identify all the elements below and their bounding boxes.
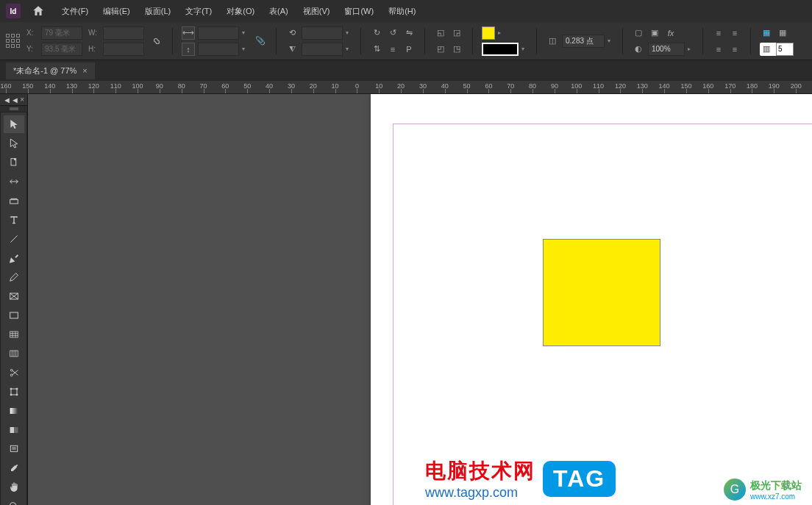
align-icon[interactable]: ≡ <box>386 43 399 56</box>
svg-rect-18 <box>11 389 17 395</box>
fill-swatch[interactable] <box>482 26 495 40</box>
scale-y-icon[interactable]: ↕ <box>182 43 195 56</box>
select-container-icon[interactable]: ◱ <box>434 26 447 40</box>
gap-tool[interactable] <box>4 173 24 190</box>
menu-layout[interactable]: 版面(L) <box>139 3 177 20</box>
content-collector-tool[interactable] <box>4 192 24 209</box>
rectangle-tool[interactable] <box>4 307 24 324</box>
columns-input[interactable] <box>776 43 794 56</box>
menu-object[interactable]: 对象(O) <box>221 3 260 20</box>
watermark2-url: www.xz7.com <box>750 493 802 501</box>
rotate-ccw-icon[interactable]: ↺ <box>386 26 399 40</box>
horizontal-ruler[interactable]: 1601501401301201101009080706050403020100… <box>0 81 812 94</box>
grid-icon[interactable]: ▦ <box>760 26 773 40</box>
scale-y-input[interactable] <box>198 43 239 56</box>
stroke-weight-input[interactable] <box>562 35 605 48</box>
opacity-icon[interactable]: ◐ <box>632 43 645 56</box>
chevron-right-icon[interactable]: ▸ <box>498 29 504 36</box>
line-tool[interactable] <box>4 230 24 248</box>
panel-collapse-icon[interactable]: ◄◄ <box>3 96 19 104</box>
effects-icon[interactable]: ▢ <box>632 26 645 40</box>
grid-tool[interactable] <box>4 326 24 343</box>
opacity-input[interactable] <box>648 43 685 56</box>
tab-close-button[interactable]: × <box>82 66 87 75</box>
svg-rect-6 <box>10 312 18 318</box>
menu-view[interactable]: 视图(V) <box>297 3 336 20</box>
menu-help[interactable]: 帮助(H) <box>382 3 421 20</box>
scale-x-input[interactable] <box>198 26 239 40</box>
watermark-xz7: G 极光下载站 www.xz7.com <box>724 479 802 501</box>
fx-icon[interactable]: fx <box>664 26 677 40</box>
w-label: W: <box>88 29 100 37</box>
chevron-down-icon[interactable]: ▾ <box>242 29 248 36</box>
wrap-around-icon[interactable]: ≡ <box>728 43 741 56</box>
eyedropper-tool[interactable] <box>4 459 24 477</box>
direct-selection-tool[interactable] <box>4 135 24 152</box>
svg-point-16 <box>10 369 13 371</box>
chevron-down-icon[interactable]: ▾ <box>608 37 613 44</box>
columns-icon[interactable]: ▥ <box>760 43 773 56</box>
svg-rect-26 <box>10 445 17 451</box>
scissors-tool[interactable] <box>4 364 24 382</box>
menu-window[interactable]: 窗口(W) <box>338 3 380 20</box>
horizontal-grid-tool[interactable] <box>4 345 24 362</box>
rotate-cw-icon[interactable]: ↻ <box>370 26 383 40</box>
reference-point-widget[interactable] <box>6 34 21 49</box>
svg-point-17 <box>10 374 13 376</box>
gradient-feather-tool[interactable] <box>4 421 24 439</box>
y-input[interactable] <box>41 43 82 56</box>
p-icon[interactable]: P <box>402 43 416 56</box>
clip-icon[interactable]: 📎 <box>254 35 267 48</box>
wrap-left-icon[interactable]: ≡ <box>712 26 725 40</box>
chevron-right-icon[interactable]: ▸ <box>688 46 694 52</box>
document-page[interactable] <box>371 94 812 505</box>
menu-table[interactable]: 表(A) <box>263 3 294 20</box>
w-input[interactable] <box>103 26 144 40</box>
yellow-rectangle-object[interactable] <box>543 239 660 346</box>
type-tool[interactable] <box>4 211 24 229</box>
corner-icon[interactable]: ▣ <box>648 26 661 40</box>
select-content-icon[interactable]: ◲ <box>450 26 463 40</box>
menu-file[interactable]: 文件(F) <box>56 3 94 20</box>
pen-tool[interactable] <box>4 249 24 267</box>
svg-line-2 <box>10 235 17 242</box>
rectangle-frame-tool[interactable] <box>4 287 24 305</box>
chevron-down-icon[interactable]: ▾ <box>346 29 352 36</box>
pencil-tool[interactable] <box>4 268 24 286</box>
flip-h-icon[interactable]: ⇋ <box>402 26 416 40</box>
menu-edit[interactable]: 编辑(E) <box>97 3 136 20</box>
rotate-input[interactable] <box>302 26 343 40</box>
page-tool[interactable] <box>4 154 24 171</box>
panel-close-icon[interactable]: × <box>20 96 24 104</box>
menu-text[interactable]: 文字(T) <box>179 3 218 20</box>
stroke-swatch[interactable] <box>482 43 519 56</box>
chevron-down-icon[interactable]: ▾ <box>242 46 248 52</box>
note-tool[interactable] <box>4 440 24 458</box>
chevron-down-icon[interactable]: ▾ <box>346 46 352 52</box>
rotate-icon[interactable]: ⟲ <box>285 26 299 40</box>
hand-tool[interactable] <box>4 479 24 496</box>
document-tab[interactable]: *未命名-1 @ 77% × <box>6 62 95 79</box>
shear-input[interactable] <box>302 43 343 56</box>
select-next-icon[interactable]: ◳ <box>450 43 463 56</box>
panel-handle[interactable] <box>10 107 18 110</box>
arrange-icon[interactable]: ▦ <box>776 26 789 40</box>
constrain-icon[interactable] <box>150 35 163 48</box>
gradient-swatch-tool[interactable] <box>4 402 24 420</box>
flip-v-icon[interactable]: ⇅ <box>370 43 383 56</box>
shear-icon[interactable]: ⧨ <box>285 43 299 56</box>
chevron-down-icon[interactable]: ▾ <box>521 46 527 52</box>
wrap-both-icon[interactable]: ≡ <box>712 43 725 56</box>
selection-tool[interactable] <box>4 115 24 133</box>
wrap-right-icon[interactable]: ≡ <box>728 26 741 40</box>
workspace: ◄◄ × <box>0 94 812 505</box>
select-prev-icon[interactable]: ◰ <box>434 43 447 56</box>
stroke-weight-icon[interactable]: ◫ <box>546 35 559 48</box>
h-input[interactable] <box>103 43 144 56</box>
zoom-tool[interactable] <box>4 498 24 505</box>
scale-x-icon[interactable]: ⟷ <box>182 26 195 40</box>
free-transform-tool[interactable] <box>4 383 24 401</box>
canvas[interactable]: 电脑技术网 www.tagxp.com TAG G 极光下载站 www.xz7.… <box>28 94 812 505</box>
home-button[interactable] <box>29 2 47 20</box>
x-input[interactable] <box>41 26 82 40</box>
